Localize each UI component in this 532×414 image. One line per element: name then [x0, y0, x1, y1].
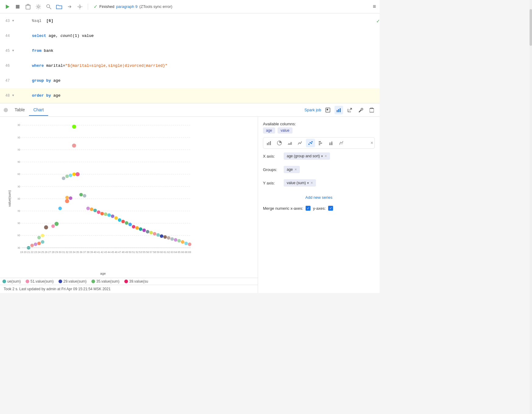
x-axis-chevron-icon: ▾ — [321, 154, 323, 158]
chart-type-line2[interactable] — [337, 139, 346, 147]
line-content-46[interactable]: where marital="${marital=single,single|d… — [16, 59, 380, 73]
line-content-47[interactable]: group by age — [16, 74, 380, 87]
svg-text:39: 39 — [90, 251, 93, 254]
chart-type-stacked[interactable] — [327, 139, 336, 147]
svg-rect-152 — [319, 144, 320, 145]
merge-x-checkbox[interactable]: ✓ — [306, 206, 310, 211]
line-content-45[interactable]: from bank — [16, 44, 380, 58]
svg-point-104 — [65, 174, 69, 178]
svg-text:64: 64 — [174, 251, 177, 254]
svg-text:21.80: 21.80 — [18, 221, 20, 225]
delete-button[interactable] — [24, 3, 32, 10]
x-axis-clear-btn[interactable]: × — [325, 154, 327, 158]
groups-value-tag[interactable]: age × — [284, 166, 300, 173]
forward-button[interactable] — [66, 3, 73, 10]
svg-point-108 — [76, 172, 80, 176]
groups-clear-btn[interactable]: × — [295, 167, 297, 172]
status-finished-text: Finished — [99, 4, 114, 9]
popout-icon-btn[interactable] — [346, 106, 354, 114]
svg-point-136 — [174, 238, 177, 241]
svg-point-109 — [79, 193, 83, 196]
svg-text:20: 20 — [23, 251, 27, 254]
svg-rect-11 — [337, 110, 338, 112]
x-axis-row: X axis: age (group and sort) ▾ × — [263, 152, 375, 160]
svg-rect-153 — [329, 144, 331, 145]
svg-text:26: 26 — [44, 251, 48, 254]
chart-type-pie[interactable] — [275, 139, 284, 147]
stop-button[interactable] — [14, 3, 21, 10]
search-button[interactable] — [45, 3, 52, 10]
available-columns-section: Available columns: age value — [263, 122, 375, 134]
chart-type-scatter[interactable] — [306, 139, 315, 147]
svg-text:49: 49 — [125, 251, 128, 254]
y-axis-value-dropdown[interactable]: value (sum) ▾ × — [284, 179, 316, 187]
svg-point-124 — [132, 225, 135, 228]
svg-point-5 — [37, 6, 39, 8]
toolbar-right: ≡ — [373, 3, 376, 10]
x-axis-value-dropdown[interactable]: age (group and sort) ▾ × — [284, 152, 330, 160]
svg-point-128 — [146, 230, 149, 233]
add-series-button[interactable]: Add new series — [263, 193, 375, 202]
svg-point-102 — [65, 196, 69, 199]
tab-chart[interactable]: Chart — [29, 104, 48, 116]
svg-text:33: 33 — [69, 251, 72, 254]
svg-point-116 — [104, 212, 107, 216]
line-number-43: 43 — [0, 19, 12, 23]
status-bar: Took 2 s. Last updated by admin at Fri A… — [0, 285, 258, 293]
merge-y-checkbox[interactable]: ✓ — [328, 206, 333, 211]
svg-text:66: 66 — [181, 251, 184, 254]
expand-icon-btn[interactable] — [324, 106, 332, 114]
svg-rect-156 — [331, 141, 332, 143]
column-tag-age[interactable]: age — [263, 127, 275, 134]
svg-text:21: 21 — [27, 251, 30, 254]
folder-button[interactable] — [55, 3, 63, 10]
legend-item-3: 35.value(sum) — [91, 279, 119, 284]
svg-point-117 — [107, 213, 111, 217]
chart-type-line[interactable] — [296, 139, 305, 147]
spark-job-link[interactable]: Spark job — [304, 108, 321, 112]
svg-point-146 — [308, 144, 310, 145]
line-content-44[interactable]: select age, count(1) value — [16, 29, 380, 43]
svg-point-6 — [47, 5, 50, 8]
chart-type-area[interactable] — [285, 139, 294, 147]
chart-type-hbar[interactable] — [316, 139, 325, 147]
legend-label-2: 29.value(sum) — [63, 279, 87, 284]
chart-type-close-btn[interactable]: × — [371, 140, 373, 146]
menu-icon[interactable]: ≡ — [373, 3, 376, 10]
svg-point-106 — [72, 173, 76, 176]
chart-icon-btn[interactable] — [335, 106, 343, 114]
settings-button[interactable] — [35, 3, 42, 10]
trash-icon-btn[interactable] — [367, 106, 376, 114]
chart-type-bar[interactable] — [264, 139, 274, 147]
line-content-43[interactable]: %sql [6] — [16, 14, 376, 28]
config-button[interactable] — [76, 3, 83, 10]
svg-rect-2 — [26, 5, 30, 9]
svg-text:35: 35 — [76, 251, 79, 254]
svg-point-140 — [188, 242, 191, 246]
status-text: Took 2 s. Last updated by admin at Fri A… — [4, 287, 111, 291]
svg-point-8 — [79, 6, 81, 8]
line-content-48[interactable]: order by age — [16, 89, 380, 102]
run-button[interactable] — [4, 3, 11, 10]
svg-point-105 — [69, 174, 72, 177]
column-tag-value[interactable]: value — [278, 127, 293, 134]
svg-text:94.60: 94.60 — [18, 136, 20, 139]
svg-text:42: 42 — [101, 251, 104, 254]
line-number-44: 44 — [0, 34, 12, 38]
column-tags: age value — [263, 127, 375, 134]
chart-svg-area: 1.00 11.40 21.80 32.20 42.60 53.00 63.40… — [18, 122, 200, 259]
svg-line-7 — [49, 7, 51, 9]
groups-label-text: Groups: — [263, 167, 281, 172]
code-line-47: 47 group by age — [0, 73, 380, 88]
svg-text:69: 69 — [188, 251, 191, 254]
y-axis-clear-btn[interactable]: × — [311, 181, 313, 185]
svg-text:105.00: 105.00 — [18, 123, 20, 127]
status-check-icon: ✓ — [94, 4, 98, 9]
svg-point-115 — [100, 212, 104, 215]
wrench-icon-btn[interactable] — [356, 106, 365, 114]
tab-table[interactable]: Table — [10, 104, 29, 116]
svg-rect-14 — [370, 109, 374, 112]
svg-text:32: 32 — [66, 251, 69, 254]
svg-text:34: 34 — [73, 251, 76, 254]
svg-text:53.00: 53.00 — [18, 185, 20, 188]
